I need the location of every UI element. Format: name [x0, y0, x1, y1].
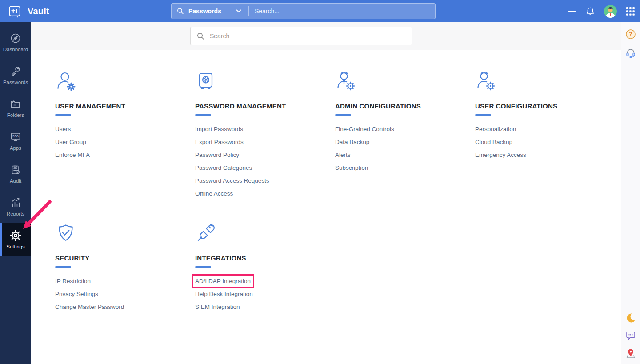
list-item: Password Policy — [195, 148, 335, 161]
section-title-underline — [195, 114, 211, 116]
list-item: Password Categories — [195, 161, 335, 174]
link-ad-ldap-integration[interactable]: AD/LDAP Integration — [195, 278, 251, 284]
brand: Vault — [0, 4, 49, 18]
list-item: Fine-Grained Controls — [335, 123, 475, 136]
list-item: Personalization — [475, 123, 615, 136]
support-headset-icon[interactable] — [625, 48, 636, 58]
list-item: IP Restriction — [55, 275, 195, 288]
main-area: USER MANAGEMENT Users User Group Enforce… — [31, 22, 621, 364]
section-links: Personalization Cloud Backup Emergency A… — [475, 123, 615, 161]
settings-sections-grid: USER MANAGEMENT Users User Group Enforce… — [31, 50, 621, 313]
link-import-passwords[interactable]: Import Passwords — [195, 126, 243, 132]
svg-text:?: ? — [629, 31, 632, 37]
app-title: Vault — [28, 6, 49, 16]
feedback-chat-icon[interactable] — [626, 331, 636, 340]
help-icon[interactable]: ? — [625, 29, 636, 40]
list-item: Change Master Password — [55, 300, 195, 313]
sidebar-item-label: Passwords — [3, 80, 28, 85]
dashboard-compass-icon — [10, 32, 21, 44]
sidebar-item-folders[interactable]: Folders — [0, 92, 31, 124]
section-links: Users User Group Enforce MFA — [55, 123, 195, 161]
link-alerts[interactable]: Alerts — [335, 152, 351, 158]
section-title: USER CONFIGURATIONS — [475, 102, 615, 110]
settings-search-input[interactable] — [210, 32, 406, 40]
section-links: AD/LDAP Integration Help Desk Integratio… — [195, 275, 335, 313]
list-item: Subscription — [335, 161, 475, 174]
link-help-desk-integration[interactable]: Help Desk Integration — [195, 291, 253, 297]
apps-sso-monitor-icon: SSO — [10, 131, 21, 143]
shell: DashboardPasswordsFoldersSSOAppsAuditRep… — [0, 22, 640, 364]
reports-chart-icon — [10, 197, 21, 208]
link-offline-access[interactable]: Offline Access — [195, 190, 233, 197]
link-personalization[interactable]: Personalization — [475, 126, 516, 132]
list-item: AD/LDAP Integration — [195, 275, 335, 288]
settings-search-strip — [31, 22, 621, 50]
sidebar-item-dashboard[interactable]: Dashboard — [0, 26, 31, 59]
link-password-access-requests[interactable]: Password Access Requests — [195, 177, 269, 184]
sidebar-item-apps[interactable]: SSOApps — [0, 124, 31, 157]
topbar-search-input[interactable] — [255, 8, 430, 15]
link-enforce-mfa[interactable]: Enforce MFA — [55, 152, 90, 158]
user-avatar[interactable] — [604, 5, 617, 18]
vault-settings-page: Vault Passwords — [0, 0, 640, 364]
topbar-search[interactable]: Passwords — [171, 3, 436, 19]
add-icon[interactable] — [568, 7, 576, 16]
section-links: Fine-Grained Controls Data Backup Alerts… — [335, 123, 475, 174]
section-password-management: PASSWORD MANAGEMENT Import Passwords Exp… — [195, 70, 335, 200]
passwords-key-icon — [10, 65, 21, 77]
link-password-categories[interactable]: Password Categories — [195, 164, 252, 171]
list-item: Privacy Settings — [55, 288, 195, 300]
sidebar-item-reports[interactable]: Reports — [0, 190, 31, 223]
topbar-actions — [568, 0, 635, 22]
link-data-backup[interactable]: Data Backup — [335, 139, 369, 145]
section-security: SECURITY IP Restriction Privacy Settings… — [55, 222, 195, 313]
list-item: Export Passwords — [195, 136, 335, 148]
location-pin-icon[interactable] — [626, 348, 636, 359]
section-title-underline — [195, 266, 211, 268]
section-links: Import Passwords Export Passwords Passwo… — [195, 123, 335, 200]
settings-search-box[interactable] — [190, 27, 412, 45]
section-title-underline — [475, 114, 491, 116]
dark-mode-moon-icon[interactable] — [625, 312, 636, 323]
link-users[interactable]: Users — [55, 126, 71, 132]
link-password-policy[interactable]: Password Policy — [195, 152, 239, 158]
list-item: Import Passwords — [195, 123, 335, 136]
link-change-master-password[interactable]: Change Master Password — [55, 304, 124, 310]
link-subscription[interactable]: Subscription — [335, 164, 368, 171]
section-title: USER MANAGEMENT — [55, 102, 195, 110]
link-user-group[interactable]: User Group — [55, 139, 86, 145]
sidebar-item-audit[interactable]: Audit — [0, 157, 31, 190]
link-emergency-access[interactable]: Emergency Access — [475, 152, 526, 158]
user-gear-icon — [55, 70, 195, 92]
sidebar-item-label: Dashboard — [3, 47, 28, 52]
sidebar-item-label: Folders — [7, 112, 24, 118]
settings-content: USER MANAGEMENT Users User Group Enforce… — [31, 50, 621, 364]
admin-user-gear-icon — [335, 70, 475, 92]
shield-check-icon — [55, 222, 195, 244]
list-item: SIEM Integration — [195, 300, 335, 313]
sidebar-item-label: Apps — [10, 145, 21, 151]
link-ip-restriction[interactable]: IP Restriction — [55, 278, 91, 284]
notifications-bell-icon[interactable] — [586, 7, 595, 16]
search-scope-label: Passwords — [188, 8, 221, 15]
link-privacy-settings[interactable]: Privacy Settings — [55, 291, 98, 297]
link-cloud-backup[interactable]: Cloud Backup — [475, 139, 512, 145]
sidebar-item-passwords[interactable]: Passwords — [0, 59, 31, 92]
list-item: User Group — [55, 136, 195, 148]
sidebar-item-settings[interactable]: Settings — [0, 223, 31, 256]
link-export-passwords[interactable]: Export Passwords — [195, 139, 244, 145]
right-rail: ? — [621, 22, 640, 364]
link-fine-grained-controls[interactable]: Fine-Grained Controls — [335, 126, 394, 132]
section-integrations: INTEGRATIONS AD/LDAP Integration Help De… — [195, 222, 335, 313]
section-admin-configurations: ADMIN CONFIGURATIONS Fine-Grained Contro… — [335, 70, 475, 200]
search-icon — [177, 8, 184, 15]
section-title: SECURITY — [55, 254, 195, 262]
search-icon — [197, 32, 204, 40]
list-item: Offline Access — [195, 187, 335, 200]
app-launcher-grid-icon[interactable] — [626, 7, 635, 16]
sidebar-item-label: Audit — [10, 178, 21, 184]
vault-safe-icon — [8, 4, 21, 18]
search-scope-dropdown[interactable]: Passwords — [188, 8, 241, 15]
section-user-configurations: USER CONFIGURATIONS Personalization Clou… — [475, 70, 615, 200]
link-siem-integration[interactable]: SIEM Integration — [195, 304, 240, 310]
